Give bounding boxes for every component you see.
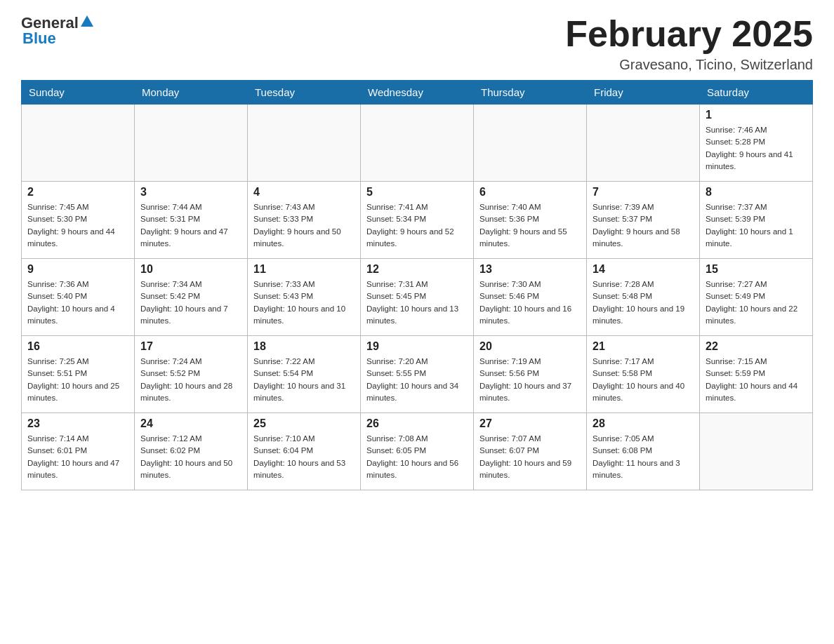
day-info: Sunrise: 7:17 AMSunset: 5:58 PMDaylight:… — [593, 356, 694, 404]
day-info: Sunrise: 7:46 AMSunset: 5:28 PMDaylight:… — [706, 124, 807, 173]
header-monday: Monday — [135, 81, 248, 105]
day-number: 4 — [253, 186, 355, 199]
day-number: 12 — [366, 263, 468, 276]
table-row: 9Sunrise: 7:36 AMSunset: 5:40 PMDaylight… — [22, 259, 135, 336]
day-info: Sunrise: 7:33 AMSunset: 5:43 PMDaylight:… — [253, 279, 355, 327]
day-number: 8 — [706, 186, 807, 199]
table-row: 27Sunrise: 7:07 AMSunset: 6:07 PMDayligh… — [474, 413, 587, 490]
day-info: Sunrise: 7:10 AMSunset: 6:04 PMDaylight:… — [253, 433, 355, 481]
day-number: 2 — [27, 186, 128, 199]
day-number: 26 — [366, 417, 468, 430]
day-number: 22 — [706, 340, 807, 353]
title-section: February 2025 Gravesano, Ticino, Switzer… — [565, 14, 813, 73]
day-number: 5 — [366, 186, 468, 199]
table-row — [135, 105, 248, 182]
table-row: 21Sunrise: 7:17 AMSunset: 5:58 PMDayligh… — [587, 336, 700, 413]
header-sunday: Sunday — [22, 81, 135, 105]
table-row: 23Sunrise: 7:14 AMSunset: 6:01 PMDayligh… — [22, 413, 135, 490]
table-row — [700, 413, 813, 490]
table-row: 25Sunrise: 7:10 AMSunset: 6:04 PMDayligh… — [248, 413, 361, 490]
day-info: Sunrise: 7:44 AMSunset: 5:31 PMDaylight:… — [140, 201, 241, 250]
calendar-week-row: 16Sunrise: 7:25 AMSunset: 5:51 PMDayligh… — [22, 336, 813, 413]
day-info: Sunrise: 7:27 AMSunset: 5:49 PMDaylight:… — [706, 279, 807, 327]
day-info: Sunrise: 7:39 AMSunset: 5:37 PMDaylight:… — [593, 201, 694, 250]
day-info: Sunrise: 7:20 AMSunset: 5:55 PMDaylight:… — [366, 356, 468, 404]
day-info: Sunrise: 7:12 AMSunset: 6:02 PMDaylight:… — [140, 433, 241, 481]
day-number: 9 — [27, 263, 128, 276]
calendar-header-row: Sunday Monday Tuesday Wednesday Thursday… — [22, 81, 813, 105]
day-info: Sunrise: 7:43 AMSunset: 5:33 PMDaylight:… — [253, 201, 355, 250]
table-row: 2Sunrise: 7:45 AMSunset: 5:30 PMDaylight… — [22, 182, 135, 259]
day-number: 24 — [140, 417, 241, 430]
header-thursday: Thursday — [474, 81, 587, 105]
table-row: 28Sunrise: 7:05 AMSunset: 6:08 PMDayligh… — [587, 413, 700, 490]
table-row: 18Sunrise: 7:22 AMSunset: 5:54 PMDayligh… — [248, 336, 361, 413]
table-row: 5Sunrise: 7:41 AMSunset: 5:34 PMDaylight… — [361, 182, 474, 259]
day-info: Sunrise: 7:28 AMSunset: 5:48 PMDaylight:… — [593, 279, 694, 327]
day-number: 16 — [27, 340, 128, 353]
day-number: 10 — [140, 263, 241, 276]
table-row: 24Sunrise: 7:12 AMSunset: 6:02 PMDayligh… — [135, 413, 248, 490]
day-number: 28 — [593, 417, 694, 430]
day-number: 13 — [479, 263, 581, 276]
table-row: 15Sunrise: 7:27 AMSunset: 5:49 PMDayligh… — [700, 259, 813, 336]
table-row: 12Sunrise: 7:31 AMSunset: 5:45 PMDayligh… — [361, 259, 474, 336]
table-row — [361, 105, 474, 182]
table-row — [248, 105, 361, 182]
day-info: Sunrise: 7:19 AMSunset: 5:56 PMDaylight:… — [479, 356, 581, 404]
day-number: 18 — [253, 340, 355, 353]
header-friday: Friday — [587, 81, 700, 105]
calendar-week-row: 2Sunrise: 7:45 AMSunset: 5:30 PMDaylight… — [22, 182, 813, 259]
day-number: 11 — [253, 263, 355, 276]
day-number: 21 — [593, 340, 694, 353]
table-row: 1Sunrise: 7:46 AMSunset: 5:28 PMDaylight… — [700, 105, 813, 182]
table-row: 11Sunrise: 7:33 AMSunset: 5:43 PMDayligh… — [248, 259, 361, 336]
table-row: 16Sunrise: 7:25 AMSunset: 5:51 PMDayligh… — [22, 336, 135, 413]
table-row: 7Sunrise: 7:39 AMSunset: 5:37 PMDaylight… — [587, 182, 700, 259]
day-info: Sunrise: 7:25 AMSunset: 5:51 PMDaylight:… — [27, 356, 128, 404]
day-info: Sunrise: 7:37 AMSunset: 5:39 PMDaylight:… — [706, 201, 807, 250]
day-number: 3 — [140, 186, 241, 199]
table-row: 6Sunrise: 7:40 AMSunset: 5:36 PMDaylight… — [474, 182, 587, 259]
header-saturday: Saturday — [700, 81, 813, 105]
day-number: 19 — [366, 340, 468, 353]
day-info: Sunrise: 7:45 AMSunset: 5:30 PMDaylight:… — [27, 201, 128, 250]
day-number: 7 — [593, 186, 694, 199]
day-info: Sunrise: 7:36 AMSunset: 5:40 PMDaylight:… — [27, 279, 128, 327]
calendar-week-row: 1Sunrise: 7:46 AMSunset: 5:28 PMDaylight… — [22, 105, 813, 182]
logo-triangle-icon — [81, 15, 93, 27]
day-info: Sunrise: 7:22 AMSunset: 5:54 PMDaylight:… — [253, 356, 355, 404]
day-info: Sunrise: 7:31 AMSunset: 5:45 PMDaylight:… — [366, 279, 468, 327]
day-number: 17 — [140, 340, 241, 353]
table-row: 10Sunrise: 7:34 AMSunset: 5:42 PMDayligh… — [135, 259, 248, 336]
table-row: 8Sunrise: 7:37 AMSunset: 5:39 PMDaylight… — [700, 182, 813, 259]
page-header: General Blue February 2025 Gravesano, Ti… — [21, 14, 813, 73]
header-tuesday: Tuesday — [248, 81, 361, 105]
table-row: 3Sunrise: 7:44 AMSunset: 5:31 PMDaylight… — [135, 182, 248, 259]
location-subtitle: Gravesano, Ticino, Switzerland — [565, 57, 813, 73]
month-title: February 2025 — [565, 14, 813, 54]
header-wednesday: Wednesday — [361, 81, 474, 105]
calendar-table: Sunday Monday Tuesday Wednesday Thursday… — [21, 80, 813, 490]
day-info: Sunrise: 7:41 AMSunset: 5:34 PMDaylight:… — [366, 201, 468, 250]
table-row: 17Sunrise: 7:24 AMSunset: 5:52 PMDayligh… — [135, 336, 248, 413]
day-info: Sunrise: 7:08 AMSunset: 6:05 PMDaylight:… — [366, 433, 468, 481]
day-number: 25 — [253, 417, 355, 430]
day-info: Sunrise: 7:07 AMSunset: 6:07 PMDaylight:… — [479, 433, 581, 481]
day-info: Sunrise: 7:34 AMSunset: 5:42 PMDaylight:… — [140, 279, 241, 327]
day-info: Sunrise: 7:15 AMSunset: 5:59 PMDaylight:… — [706, 356, 807, 404]
day-number: 6 — [479, 186, 581, 199]
day-number: 27 — [479, 417, 581, 430]
table-row: 4Sunrise: 7:43 AMSunset: 5:33 PMDaylight… — [248, 182, 361, 259]
table-row — [474, 105, 587, 182]
calendar-week-row: 9Sunrise: 7:36 AMSunset: 5:40 PMDaylight… — [22, 259, 813, 336]
table-row: 20Sunrise: 7:19 AMSunset: 5:56 PMDayligh… — [474, 336, 587, 413]
table-row: 19Sunrise: 7:20 AMSunset: 5:55 PMDayligh… — [361, 336, 474, 413]
table-row: 22Sunrise: 7:15 AMSunset: 5:59 PMDayligh… — [700, 336, 813, 413]
day-info: Sunrise: 7:05 AMSunset: 6:08 PMDaylight:… — [593, 433, 694, 481]
logo-blue-text: Blue — [22, 29, 56, 48]
table-row — [22, 105, 135, 182]
day-info: Sunrise: 7:40 AMSunset: 5:36 PMDaylight:… — [479, 201, 581, 250]
table-row — [587, 105, 700, 182]
day-number: 23 — [27, 417, 128, 430]
